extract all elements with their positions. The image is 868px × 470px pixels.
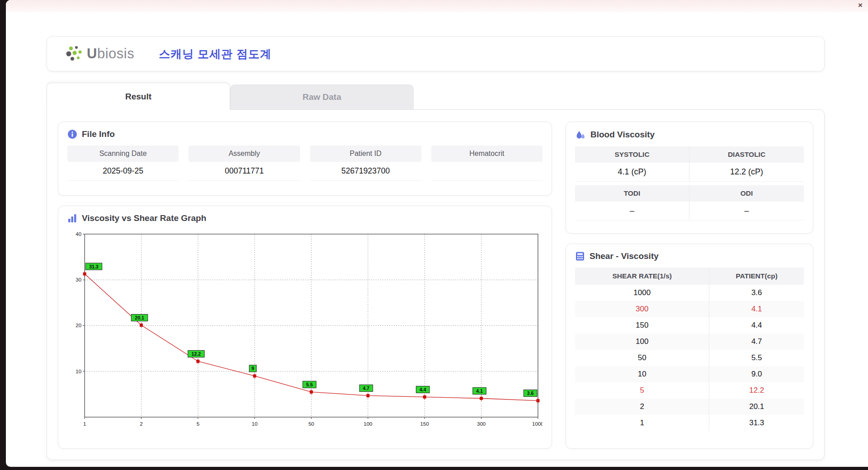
app-header: Ubiosis 스캐닝 모세관 점도계 xyxy=(47,36,825,71)
shear-rate-cell: 5 xyxy=(575,382,709,399)
shear-rate-cell: 1000 xyxy=(575,285,709,301)
svg-text:4.7: 4.7 xyxy=(363,385,370,391)
svg-text:100: 100 xyxy=(363,421,372,427)
table-row: 131.3 xyxy=(575,415,804,431)
svg-text:4.1: 4.1 xyxy=(476,388,483,394)
svg-text:2: 2 xyxy=(140,421,142,427)
patient-cell: 4.7 xyxy=(709,334,804,350)
svg-text:40: 40 xyxy=(75,231,81,237)
info-icon xyxy=(67,129,77,139)
svg-text:9: 9 xyxy=(251,366,254,371)
svg-text:5: 5 xyxy=(197,421,199,427)
brand-text: Ubiosis xyxy=(87,46,134,62)
table-row: 109.0 xyxy=(575,366,804,382)
svg-text:1: 1 xyxy=(83,421,86,427)
svg-text:30: 30 xyxy=(75,277,81,282)
patient-cell: 5.5 xyxy=(709,350,804,366)
odi-value: – xyxy=(689,202,804,221)
blood-viscosity-title: Blood Viscosity xyxy=(590,130,655,140)
shear-viscosity-title: Shear - Viscosity xyxy=(590,251,659,261)
file-info-fields: Scanning Date2025-09-25Assembly000711771… xyxy=(67,146,542,181)
window-close-button[interactable]: × xyxy=(858,1,863,9)
table-row: 3004.1 xyxy=(575,301,804,317)
file-info-title-row: File Info xyxy=(67,129,542,139)
field-label: Hematocrit xyxy=(431,146,542,162)
table-row: 220.1 xyxy=(575,399,804,415)
file-info-field: Assembly000711771 xyxy=(189,146,300,181)
viscosity-chart: 102030401251050100150300100031.320.112.2… xyxy=(67,230,542,438)
svg-text:5.5: 5.5 xyxy=(306,382,313,387)
svg-text:50: 50 xyxy=(308,421,314,427)
patient-cell: 4.4 xyxy=(709,317,804,334)
shear-rate-cell: 10 xyxy=(575,366,709,382)
graph-card: Viscosity vs Shear Rate Graph 1020304012… xyxy=(58,206,552,449)
blood-viscosity-title-row: Blood Viscosity xyxy=(575,129,804,140)
svg-text:31.3: 31.3 xyxy=(89,264,99,269)
shear-rate-cell: 1 xyxy=(575,415,709,431)
diastolic-value: 12.2 (cP) xyxy=(689,163,804,182)
blood-viscosity-grid-2: TODI ODI – – xyxy=(575,185,804,221)
patient-cell: 4.1 xyxy=(709,301,804,317)
field-label: Assembly xyxy=(189,146,300,162)
systolic-value: 4.1 (cP) xyxy=(575,163,689,182)
ubiosis-logo: Ubiosis xyxy=(65,45,134,63)
patient-cell: 20.1 xyxy=(709,399,804,415)
shear-viscosity-title-row: Shear - Viscosity xyxy=(575,251,804,261)
svg-text:10: 10 xyxy=(252,421,258,427)
shear-rate-cell: 300 xyxy=(575,301,709,317)
window-titlebar: × xyxy=(6,0,868,12)
file-info-field: Patient ID52671923700 xyxy=(310,146,421,181)
tab-bar: Result Raw Data xyxy=(47,83,825,109)
col-patient: PATIENT(cp) xyxy=(709,268,804,285)
table-row: 1004.7 xyxy=(575,334,804,350)
file-info-field: Hematocrit xyxy=(431,146,542,181)
shear-viscosity-card: Shear - Viscosity SHEAR RATE(1/s) PATIEN… xyxy=(566,244,813,449)
file-info-title: File Info xyxy=(82,129,115,139)
table-row: 1504.4 xyxy=(575,317,804,334)
graph-title-row: Viscosity vs Shear Rate Graph xyxy=(67,213,542,223)
file-info-card: File Info Scanning Date2025-09-25Assembl… xyxy=(58,122,552,196)
field-label: Scanning Date xyxy=(67,146,179,162)
svg-text:3.6: 3.6 xyxy=(527,390,534,396)
patient-cell: 3.6 xyxy=(709,285,804,301)
todi-label: TODI xyxy=(575,185,689,202)
field-value: 000711771 xyxy=(189,162,300,181)
svg-text:1000: 1000 xyxy=(532,421,542,427)
patient-cell: 12.2 xyxy=(709,382,804,399)
todi-value: – xyxy=(575,202,689,221)
field-value: 2025-09-25 xyxy=(67,162,179,181)
table-row: 512.2 xyxy=(575,382,804,399)
tab-result[interactable]: Result xyxy=(47,83,230,110)
svg-text:300: 300 xyxy=(477,421,486,427)
file-info-field: Scanning Date2025-09-25 xyxy=(67,146,179,181)
patient-cell: 31.3 xyxy=(709,415,804,431)
tab-raw-data[interactable]: Raw Data xyxy=(230,85,414,109)
svg-text:150: 150 xyxy=(420,421,429,427)
svg-text:20.1: 20.1 xyxy=(135,315,144,320)
bar-chart-icon xyxy=(67,213,77,223)
app-title: 스캐닝 모세관 점도계 xyxy=(159,47,272,61)
shear-rate-cell: 50 xyxy=(575,350,709,366)
diastolic-label: DIASTOLIC xyxy=(689,146,804,163)
right-column: Blood Viscosity SYSTOLIC DIASTOLIC 4.1 (… xyxy=(566,122,813,449)
content-panel: File Info Scanning Date2025-09-25Assembl… xyxy=(47,109,825,460)
col-shear-rate: SHEAR RATE(1/s) xyxy=(575,268,709,285)
shear-rate-cell: 150 xyxy=(575,317,709,334)
droplets-icon xyxy=(575,129,586,140)
svg-text:20: 20 xyxy=(75,323,81,329)
field-label: Patient ID xyxy=(310,146,421,162)
leaf-dots-icon xyxy=(65,45,84,63)
table-row: 505.5 xyxy=(575,350,804,366)
calculator-icon xyxy=(575,251,585,261)
left-column: File Info Scanning Date2025-09-25Assembl… xyxy=(58,122,552,449)
table-row: 10003.6 xyxy=(575,285,804,301)
svg-text:4.4: 4.4 xyxy=(420,387,426,392)
blood-viscosity-grid-1: SYSTOLIC DIASTOLIC 4.1 (cP) 12.2 (cP) xyxy=(575,146,804,182)
svg-text:10: 10 xyxy=(75,369,81,374)
blood-viscosity-card: Blood Viscosity SYSTOLIC DIASTOLIC 4.1 (… xyxy=(566,122,813,234)
odi-label: ODI xyxy=(689,185,804,202)
field-value: 52671923700 xyxy=(310,162,421,181)
systolic-label: SYSTOLIC xyxy=(575,146,689,163)
shear-rate-cell: 100 xyxy=(575,334,709,350)
graph-title: Viscosity vs Shear Rate Graph xyxy=(82,213,206,223)
